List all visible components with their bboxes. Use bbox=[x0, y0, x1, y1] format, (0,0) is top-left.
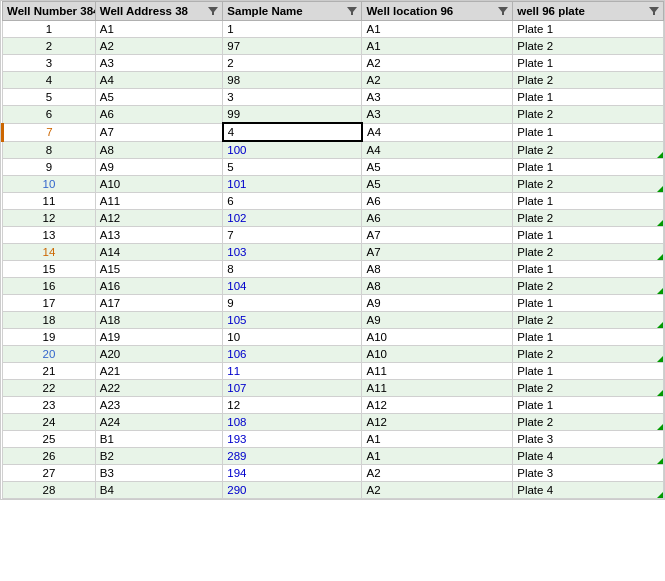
well-plate: Plate 2 bbox=[513, 72, 664, 89]
well-plate: Plate 2 bbox=[513, 244, 664, 261]
sample-name: 108 bbox=[223, 414, 362, 431]
well-location: A7 bbox=[362, 244, 513, 261]
sample-name: 11 bbox=[223, 363, 362, 380]
table-row: 3A32A2Plate 1 bbox=[3, 55, 664, 72]
well-location: A2 bbox=[362, 482, 513, 499]
row-number: 9 bbox=[3, 159, 96, 176]
row-number: 14 bbox=[3, 244, 96, 261]
svg-marker-4 bbox=[649, 7, 659, 15]
sample-name: 98 bbox=[223, 72, 362, 89]
header-label: Sample Name bbox=[227, 5, 302, 17]
well-location: A9 bbox=[362, 295, 513, 312]
filter-icon[interactable] bbox=[208, 6, 218, 16]
well-plate: Plate 2 bbox=[513, 38, 664, 55]
column-header-well_location[interactable]: Well location 96 bbox=[362, 2, 513, 21]
row-number: 27 bbox=[3, 465, 96, 482]
column-header-sample_name[interactable]: Sample Name bbox=[223, 2, 362, 21]
well-address: A19 bbox=[95, 329, 223, 346]
sample-name: 3 bbox=[223, 89, 362, 106]
sample-name: 1 bbox=[223, 21, 362, 38]
table-row: 1A11A1Plate 1 bbox=[3, 21, 664, 38]
row-number: 26 bbox=[3, 448, 96, 465]
well-plate: Plate 2 bbox=[513, 210, 664, 227]
well-address: A1 bbox=[95, 21, 223, 38]
well-location: A3 bbox=[362, 106, 513, 124]
well-plate: Plate 2 bbox=[513, 106, 664, 124]
well-plate: Plate 2 bbox=[513, 278, 664, 295]
well-plate: Plate 2 bbox=[513, 141, 664, 159]
well-plate: Plate 2 bbox=[513, 176, 664, 193]
data-table: Well Number 384 Well Address 38 Sample N… bbox=[1, 1, 664, 499]
well-location: A2 bbox=[362, 55, 513, 72]
table-row: 8A8100A4Plate 2 bbox=[3, 141, 664, 159]
table-row: 9A95A5Plate 1 bbox=[3, 159, 664, 176]
well-location: A8 bbox=[362, 278, 513, 295]
well-plate: Plate 4 bbox=[513, 448, 664, 465]
row-number: 17 bbox=[3, 295, 96, 312]
well-address: B2 bbox=[95, 448, 223, 465]
well-plate: Plate 2 bbox=[513, 346, 664, 363]
header-label: Well location 96 bbox=[366, 5, 453, 17]
sample-name: 100 bbox=[223, 141, 362, 159]
well-plate: Plate 1 bbox=[513, 89, 664, 106]
header-label: Well Number 384 bbox=[7, 5, 95, 17]
well-plate: Plate 1 bbox=[513, 55, 664, 72]
row-number: 20 bbox=[3, 346, 96, 363]
well-address: A17 bbox=[95, 295, 223, 312]
table-row: 16A16104A8Plate 2 bbox=[3, 278, 664, 295]
sample-name: 2 bbox=[223, 55, 362, 72]
well-address: A3 bbox=[95, 55, 223, 72]
column-header-well_address[interactable]: Well Address 38 bbox=[95, 2, 223, 21]
table-row: 12A12102A6Plate 2 bbox=[3, 210, 664, 227]
row-number: 19 bbox=[3, 329, 96, 346]
row-number: 6 bbox=[3, 106, 96, 124]
well-location: A4 bbox=[362, 123, 513, 141]
well-location: A11 bbox=[362, 380, 513, 397]
well-location: A4 bbox=[362, 141, 513, 159]
filter-icon[interactable] bbox=[649, 6, 659, 16]
well-location: A11 bbox=[362, 363, 513, 380]
table-row: 21A2111A11Plate 1 bbox=[3, 363, 664, 380]
row-number: 7 bbox=[3, 123, 96, 141]
well-address: A22 bbox=[95, 380, 223, 397]
well-address: A23 bbox=[95, 397, 223, 414]
sample-name: 289 bbox=[223, 448, 362, 465]
row-number: 23 bbox=[3, 397, 96, 414]
row-number: 24 bbox=[3, 414, 96, 431]
well-plate: Plate 1 bbox=[513, 295, 664, 312]
well-plate: Plate 3 bbox=[513, 431, 664, 448]
filter-icon[interactable] bbox=[498, 6, 508, 16]
well-address: A7 bbox=[95, 123, 223, 141]
column-header-well_plate[interactable]: well 96 plate bbox=[513, 2, 664, 21]
well-address: B3 bbox=[95, 465, 223, 482]
row-number: 12 bbox=[3, 210, 96, 227]
sample-name[interactable]: 4 bbox=[223, 123, 362, 141]
well-location: A1 bbox=[362, 38, 513, 55]
sample-name: 106 bbox=[223, 346, 362, 363]
row-number: 13 bbox=[3, 227, 96, 244]
header-label: Well Address 38 bbox=[100, 5, 188, 17]
table-row: 13A137A7Plate 1 bbox=[3, 227, 664, 244]
table-row: 7A74A4Plate 1 bbox=[3, 123, 664, 141]
table-row: 15A158A8Plate 1 bbox=[3, 261, 664, 278]
row-number: 11 bbox=[3, 193, 96, 210]
well-address: A15 bbox=[95, 261, 223, 278]
sample-name: 102 bbox=[223, 210, 362, 227]
well-address: A12 bbox=[95, 210, 223, 227]
table-row: 26B2289A1Plate 4 bbox=[3, 448, 664, 465]
table-row: 22A22107A11Plate 2 bbox=[3, 380, 664, 397]
row-number: 10 bbox=[3, 176, 96, 193]
well-address: A13 bbox=[95, 227, 223, 244]
svg-marker-3 bbox=[498, 7, 508, 15]
well-plate: Plate 1 bbox=[513, 21, 664, 38]
table-row: 25B1193A1Plate 3 bbox=[3, 431, 664, 448]
filter-icon[interactable] bbox=[347, 6, 357, 16]
row-number: 16 bbox=[3, 278, 96, 295]
well-plate: Plate 2 bbox=[513, 380, 664, 397]
table-row: 19A1910A10Plate 1 bbox=[3, 329, 664, 346]
well-address: A11 bbox=[95, 193, 223, 210]
table-row: 14A14103A7Plate 2 bbox=[3, 244, 664, 261]
well-address: A10 bbox=[95, 176, 223, 193]
well-address: A2 bbox=[95, 38, 223, 55]
column-header-well_number[interactable]: Well Number 384 bbox=[3, 2, 96, 21]
